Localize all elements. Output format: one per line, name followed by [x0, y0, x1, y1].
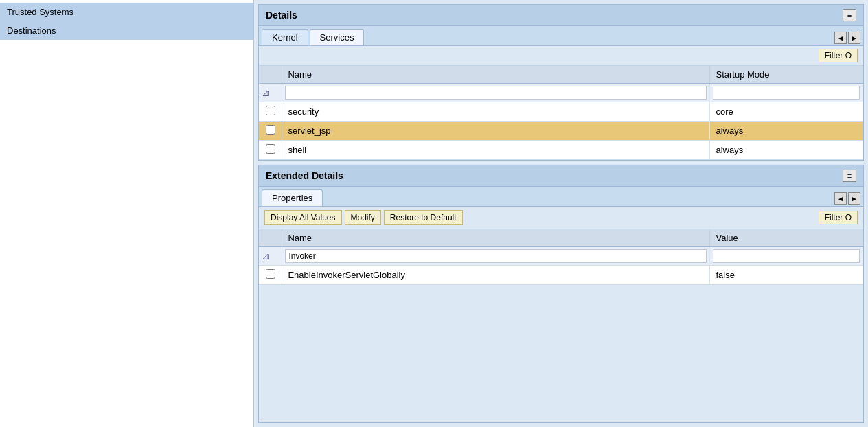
extended-details-title: Extended Details: [266, 170, 343, 181]
props-col-name: Name: [282, 229, 710, 247]
filter-icon-cell: ⊿: [259, 84, 282, 102]
details-filter-row: ⊿: [259, 84, 863, 102]
extended-next-btn[interactable]: ►: [848, 192, 860, 205]
props-row-checkbox[interactable]: [266, 269, 275, 279]
menu-icon: ≡: [847, 11, 852, 19]
props-filter-name-cell: [282, 247, 710, 266]
props-row-value-cell: false: [710, 266, 863, 285]
details-menu-icon[interactable]: ≡: [843, 9, 856, 21]
details-tabs-nav: ◄ ►: [834, 32, 860, 45]
prev-icon: ◄: [837, 34, 844, 42]
sidebar-item-trusted-systems[interactable]: Trusted Systems: [0, 3, 253, 21]
tab-kernel[interactable]: Kernel: [262, 29, 308, 45]
table-row[interactable]: servlet_jsp always: [259, 122, 863, 141]
extended-prev-btn[interactable]: ◄: [834, 192, 847, 205]
row-checkbox-cell: [259, 122, 282, 141]
extended-details-panel: Extended Details ≡ Properties ◄ ►: [258, 165, 864, 423]
sidebar: Trusted Systems Destinations: [0, 0, 254, 427]
details-col-startup: Startup Mode: [710, 66, 863, 84]
details-filter-bar: Filter O: [259, 46, 863, 66]
tab-properties-label: Properties: [272, 193, 312, 203]
filter-icon: ⊿: [262, 87, 270, 98]
props-filter-icon-cell: ⊿: [259, 247, 282, 266]
properties-table-container: Name Value ⊿: [259, 229, 863, 285]
extended-details-header: Extended Details ≡: [259, 165, 863, 187]
details-next-btn[interactable]: ►: [848, 32, 860, 44]
restore-to-default-button[interactable]: Restore to Default: [384, 210, 463, 225]
extended-details-menu-icon[interactable]: ≡: [843, 170, 856, 182]
props-filter-row: ⊿: [259, 247, 863, 266]
props-filter-icon: ⊿: [262, 251, 270, 262]
details-col-name: Name: [282, 66, 710, 84]
extended-tabs-left: Properties: [262, 189, 323, 206]
tab-services[interactable]: Services: [310, 29, 365, 45]
modify-button[interactable]: Modify: [345, 210, 381, 225]
sidebar-trusted-systems-label: Trusted Systems: [7, 7, 73, 17]
sidebar-item-destinations[interactable]: Destinations: [0, 21, 253, 40]
next-icon: ►: [851, 34, 858, 42]
details-title: Details: [266, 10, 297, 21]
props-col-checkbox: [259, 229, 282, 247]
details-panel: Details ≡ Kernel Services ◄ ►: [258, 4, 864, 161]
details-filter-button[interactable]: Filter O: [819, 49, 858, 62]
row-startup-cell: always: [710, 141, 863, 160]
display-all-values-button[interactable]: Display All Values: [264, 210, 342, 225]
row-checkbox[interactable]: [266, 144, 275, 154]
extended-tabs-bar: Properties ◄ ►: [259, 187, 863, 207]
details-filter-startup-input[interactable]: [713, 86, 860, 100]
filter-startup-cell: [710, 84, 863, 102]
main-content: Details ≡ Kernel Services ◄ ►: [254, 0, 868, 427]
ext-next-icon: ►: [851, 195, 858, 203]
row-name-cell: security: [282, 102, 710, 122]
details-filter-name-input[interactable]: [285, 86, 707, 100]
row-startup-cell: core: [710, 102, 863, 122]
row-checkbox[interactable]: [266, 125, 275, 135]
properties-table: Name Value ⊿: [259, 229, 863, 285]
props-row-value: false: [716, 270, 734, 280]
extended-filter-button[interactable]: Filter O: [819, 211, 858, 224]
row-startup-cell: always: [710, 122, 863, 141]
props-filter-name-input[interactable]: [285, 249, 707, 263]
details-header: Details ≡: [259, 5, 863, 26]
tab-kernel-label: Kernel: [272, 32, 298, 43]
row-checkbox[interactable]: [266, 106, 275, 115]
row-name: shell: [288, 145, 306, 155]
row-name-cell: shell: [282, 141, 710, 160]
menu-icon-ext: ≡: [847, 172, 852, 180]
row-checkbox-cell: [259, 141, 282, 160]
props-row-name: EnableInvokerServletGlobally: [288, 270, 405, 280]
row-startup: always: [716, 126, 743, 136]
row-startup: core: [716, 106, 733, 117]
props-row-name-cell: EnableInvokerServletGlobally: [282, 266, 710, 285]
sidebar-destinations-label: Destinations: [7, 25, 56, 36]
extended-toolbar: Display All Values Modify Restore to Def…: [259, 207, 863, 229]
props-col-value: Value: [710, 229, 863, 247]
tab-services-label: Services: [320, 32, 354, 43]
details-col-checkbox: [259, 66, 282, 84]
details-tabs-left: Kernel Services: [262, 29, 364, 45]
details-table: Name Startup Mode ⊿: [259, 66, 863, 160]
extended-tabs-nav: ◄ ►: [834, 192, 860, 206]
details-table-container: Name Startup Mode ⊿: [259, 66, 863, 160]
filter-name-cell: [282, 84, 710, 102]
ext-prev-icon: ◄: [837, 195, 844, 203]
table-row[interactable]: EnableInvokerServletGlobally false: [259, 266, 863, 285]
row-startup: always: [716, 145, 743, 155]
row-name: servlet_jsp: [288, 126, 330, 136]
props-row-checkbox-cell: [259, 266, 282, 285]
props-filter-value-cell: [710, 247, 863, 266]
toolbar-buttons: Display All Values Modify Restore to Def…: [264, 210, 463, 225]
props-filter-value-input[interactable]: [713, 249, 860, 263]
table-row[interactable]: shell always: [259, 141, 863, 160]
details-tabs-bar: Kernel Services ◄ ►: [259, 26, 863, 46]
details-prev-btn[interactable]: ◄: [834, 32, 847, 44]
row-name: security: [288, 106, 319, 117]
tab-properties[interactable]: Properties: [262, 189, 323, 206]
row-checkbox-cell: [259, 102, 282, 122]
row-name-cell: servlet_jsp: [282, 122, 710, 141]
table-row[interactable]: security core: [259, 102, 863, 122]
